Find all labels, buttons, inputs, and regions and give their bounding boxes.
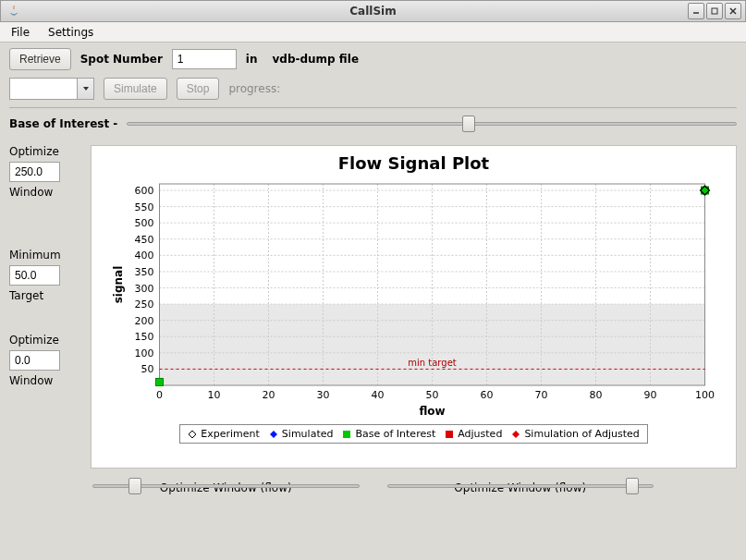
svg-rect-59 [446, 431, 453, 438]
titlebar: CallSim [0, 0, 746, 22]
retrieve-button[interactable]: Retrieve [9, 48, 71, 70]
side-panel: Optimize Window Minimum Target Optimize … [9, 145, 81, 469]
base-of-interest-label: Base of Interest - [9, 117, 117, 130]
legend-item: Adjusted [445, 428, 502, 440]
svg-text:100: 100 [695, 389, 715, 401]
svg-text:30: 30 [317, 389, 330, 401]
optimize-window-label-2: Optimize [9, 334, 81, 347]
combo-select[interactable] [9, 78, 94, 100]
optimize-window-input-1[interactable] [9, 162, 60, 182]
svg-text:100: 100 [135, 347, 154, 359]
legend-item: Experiment [188, 428, 260, 440]
legend-item: Simulated [269, 428, 334, 440]
svg-rect-1 [712, 8, 717, 14]
svg-text:90: 90 [644, 389, 657, 401]
svg-rect-58 [343, 431, 350, 438]
svg-text:250: 250 [135, 298, 154, 310]
optimize-window-sub-2: Window [9, 374, 81, 387]
svg-text:flow: flow [419, 405, 445, 418]
svg-text:min target: min target [408, 358, 457, 368]
svg-text:20: 20 [263, 389, 275, 401]
optimize-window-input-2[interactable] [9, 350, 60, 371]
svg-text:signal: signal [112, 266, 125, 304]
menubar: File Settings [0, 22, 746, 43]
svg-text:70: 70 [535, 389, 548, 401]
svg-text:500: 500 [135, 217, 154, 229]
menu-settings[interactable]: Settings [43, 24, 99, 41]
minimize-button[interactable] [688, 3, 704, 19]
progress-label: progress: [228, 82, 280, 95]
chevron-down-icon [77, 79, 93, 99]
svg-text:80: 80 [590, 389, 603, 401]
svg-text:0: 0 [156, 389, 163, 401]
spot-number-input[interactable] [172, 49, 237, 69]
svg-text:600: 600 [135, 185, 154, 197]
simulate-button[interactable]: Simulate [104, 78, 167, 100]
window-title: CallSim [349, 5, 396, 18]
minimum-target-input[interactable] [9, 265, 60, 286]
minimum-target-label: Minimum [9, 249, 81, 262]
in-label: in [246, 53, 258, 66]
svg-rect-56 [156, 378, 164, 385]
close-button[interactable] [725, 3, 741, 19]
vdb-file-label: vdb-dump file [272, 53, 359, 66]
menu-file[interactable]: File [6, 24, 35, 41]
chart-title: Flow Signal Plot [103, 153, 725, 173]
plot-svg: 0102030405060708090100501001502002503003… [103, 178, 725, 419]
svg-text:10: 10 [208, 389, 221, 401]
svg-text:350: 350 [135, 266, 154, 278]
combo-value [10, 79, 77, 99]
svg-text:40: 40 [372, 389, 385, 401]
svg-text:150: 150 [135, 331, 154, 343]
svg-text:450: 450 [135, 234, 154, 246]
optimize-window-label-1: Optimize [9, 145, 81, 158]
svg-text:200: 200 [135, 315, 154, 327]
svg-text:300: 300 [135, 283, 154, 295]
separator [9, 107, 737, 108]
svg-text:50: 50 [141, 363, 154, 375]
svg-text:400: 400 [135, 250, 154, 262]
base-of-interest-slider[interactable] [127, 116, 737, 132]
legend-item: Simulation of Adjusted [511, 428, 639, 440]
chart-panel: Flow Signal Plot 01020304050607080901005… [91, 145, 737, 469]
svg-text:50: 50 [426, 389, 439, 401]
svg-text:60: 60 [481, 389, 494, 401]
minimum-target-sub: Target [9, 289, 81, 302]
stop-button[interactable]: Stop [177, 78, 220, 100]
legend: ExperimentSimulatedBase of InterestAdjus… [179, 424, 647, 444]
plot-area: 0102030405060708090100501001502002503003… [103, 178, 725, 419]
maximize-button[interactable] [706, 3, 723, 19]
optimize-window-sub-1: Window [9, 186, 81, 199]
legend-item: Base of Interest [342, 428, 435, 440]
svg-text:550: 550 [135, 201, 154, 213]
java-icon [6, 4, 21, 18]
spot-number-label: Spot Number [80, 53, 163, 66]
